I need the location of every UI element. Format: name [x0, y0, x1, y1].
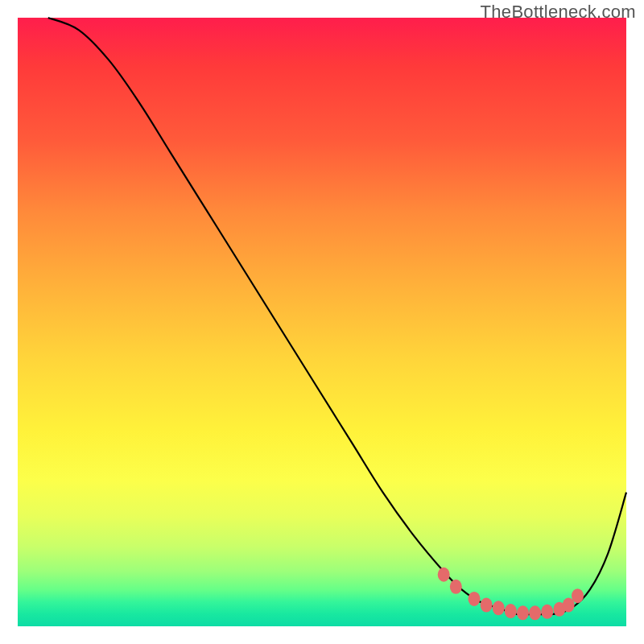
highlight-marker — [572, 588, 584, 603]
highlight-marker — [493, 601, 505, 615]
highlight-marker — [469, 592, 481, 606]
highlight-marker — [505, 604, 517, 618]
highlight-marker — [529, 605, 541, 620]
highlight-marker — [481, 598, 493, 613]
highlight-marker — [438, 568, 450, 582]
bottleneck-curve-path — [48, 18, 626, 614]
chart-container: TheBottleneck.com — [0, 0, 644, 644]
highlight-marker-group — [438, 568, 584, 621]
chart-overlay-svg — [18, 18, 626, 626]
highlight-marker — [541, 605, 553, 619]
watermark-text: TheBottleneck.com — [481, 2, 636, 23]
highlight-marker — [517, 605, 529, 620]
highlight-marker — [450, 580, 462, 594]
